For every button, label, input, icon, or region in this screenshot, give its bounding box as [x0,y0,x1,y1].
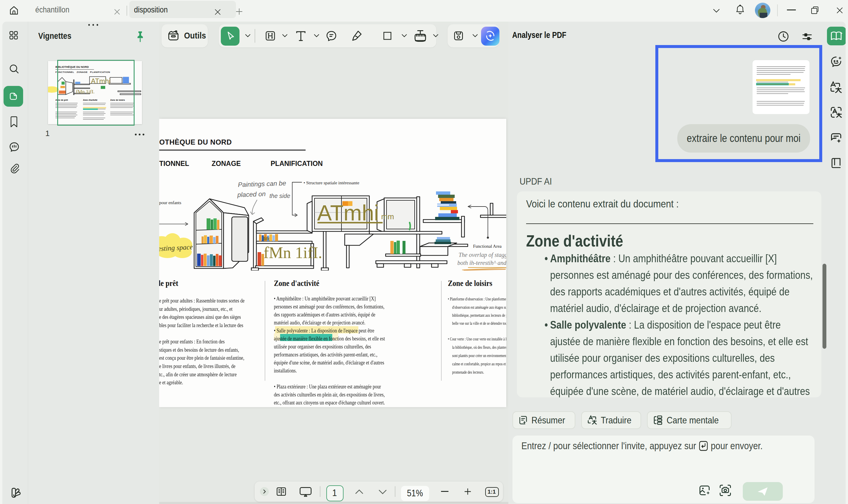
svg-text:lift: lift [264,236,270,241]
svg-text:The overlap of staggere: The overlap of staggere [459,252,506,258]
svg-text:Paintings can be: Paintings can be [238,179,286,188]
svg-text:Functional Area: Functional Area [473,244,502,249]
svg-text:pour enfants: pour enfants [159,200,181,205]
svg-text:mm: mm [381,212,394,221]
svg-text:the side: the side [269,193,290,199]
svg-text:ATmhi: ATmhi [317,201,379,225]
svg-text:• Structure spatiale intéressa: • Structure spatiale intéressante [303,180,359,185]
svg-text:placed on: placed on [237,190,266,199]
svg-text:both ih-terestih^ and f’r: both ih-terestih^ and f’r [457,259,506,266]
svg-text:fMn 1ifI.: fMn 1ifI. [264,244,322,262]
